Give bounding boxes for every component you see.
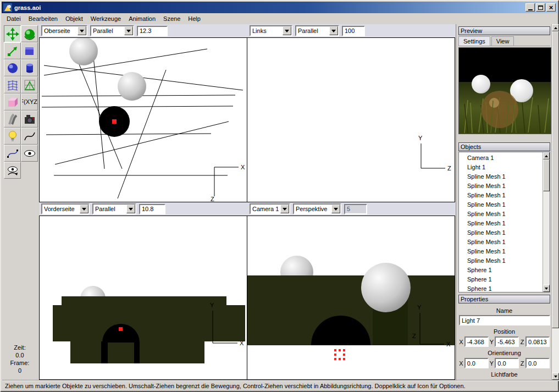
viewport-camera-view[interactable]: Y Z X [247,216,455,380]
position-y-input[interactable] [495,336,519,347]
create-spline-mesh-tool-button[interactable] [4,76,21,93]
object-list-item[interactable]: Spline Mesh 1 [459,247,543,256]
object-list-item[interactable]: Sphere 1 [459,284,543,292]
view-direction-value: Vorderseite [42,206,80,212]
rotate-tool-button[interactable] [21,25,38,42]
object-list-item[interactable]: Spline Mesh 1 [459,238,543,247]
menu-objekt[interactable]: Objekt [62,14,87,23]
create-camera-tool-button[interactable] [21,111,38,128]
spline-mesh-icon [6,79,19,92]
viewport-front-view[interactable]: Y X [39,216,247,380]
scrollbar-thumb[interactable] [552,31,559,328]
scroll-up-arrow-icon[interactable] [552,24,559,31]
orientation-x-input[interactable] [464,358,489,368]
axis-label: X [446,341,451,347]
preview-panel-header[interactable]: Preview [458,26,550,35]
top-view-canvas: X Z [40,38,247,202]
create-box-tool-button[interactable] [21,42,38,59]
create-cylinder-tool-button[interactable] [21,59,38,76]
view-scale-input[interactable] [137,26,168,36]
rotate-view-tool-button[interactable] [4,162,21,179]
scale-tool-button[interactable] [4,42,21,59]
view-direction-select[interactable]: Links [250,25,292,36]
objects-panel-header[interactable]: Objects [458,142,550,151]
object-list-item[interactable]: Sphere 1 [459,275,543,284]
scale-icon [6,45,19,58]
object-list-item[interactable]: Spline Mesh 1 [459,200,543,209]
create-curve-tool-button[interactable] [21,128,38,145]
view-scale-input[interactable] [342,26,365,36]
create-cube-tool-button[interactable] [4,93,21,111]
projection-select[interactable]: Parallel [295,25,339,36]
pan-view-tool-button[interactable] [21,145,38,162]
object-list-item[interactable]: Light 1 [459,163,543,172]
menu-werkzeuge[interactable]: Werkzeuge [87,14,125,23]
rotate-icon [23,27,36,41]
object-list-item[interactable]: Spline Mesh 1 [459,219,543,228]
projection-select[interactable]: Parallel [92,203,136,214]
object-name-input[interactable] [459,315,550,325]
left-view-canvas: Y Z [247,38,455,202]
status-text: Ziehen um markierte Objekte zu verschieb… [5,383,466,389]
tab-view[interactable]: View [491,36,514,46]
projection-select[interactable]: Parallel [90,25,134,36]
create-spline-curve-tool-button[interactable] [4,145,21,162]
panel-scrollbar[interactable] [551,24,559,380]
object-list-item[interactable]: Spline Mesh 1 [459,172,543,181]
sphere-object[interactable] [361,263,411,312]
chevron-down-icon [283,26,291,35]
view-scale-input[interactable] [139,204,165,214]
create-tube-tool-button[interactable] [4,111,21,128]
tube-icon [6,113,19,126]
maximize-button[interactable] [536,3,545,12]
axis-label: Y [417,304,422,311]
move-tool-button[interactable] [4,25,21,42]
view-direction-select[interactable]: Camera 1 [250,203,290,214]
object-list-item[interactable]: Camera 1 [459,153,543,163]
viewport-left-view[interactable]: Y Z [247,37,455,202]
scrollbar-thumb[interactable] [543,159,550,191]
viewport-header-row-2: Vorderseite Parallel Camera 1 [39,202,456,216]
object-list-item[interactable]: Spline Mesh 1 [459,228,543,238]
orientation-z-input[interactable] [525,358,550,368]
triangle-mesh-icon [23,79,36,92]
position-x-input[interactable] [464,336,489,347]
selected-light-handle[interactable] [112,119,117,124]
menu-datei[interactable]: Datei [3,14,25,23]
orientation-y-input[interactable] [495,358,519,368]
view-direction-select[interactable]: Oberseite [41,25,87,36]
object-list-item[interactable]: Sphere 1 [459,266,543,275]
sphere-object[interactable] [69,38,98,65]
object-list-item[interactable]: Spline Mesh 1 [459,191,543,200]
menu-help[interactable]: Help [184,14,204,23]
scroll-up-arrow-icon[interactable] [543,152,550,159]
create-triangle-mesh-tool-button[interactable] [21,76,38,93]
projection-value: Parallel [296,27,329,34]
projection-select[interactable]: Perspektive [293,203,341,214]
selected-light-handle[interactable] [334,349,345,360]
scroll-down-arrow-icon[interactable] [543,285,550,292]
menu-animation[interactable]: Animation [125,14,159,23]
create-function-tool-button[interactable]: F(XYZ) [21,93,38,111]
object-list-item[interactable]: Spline Mesh 1 [459,256,543,266]
view-direction-select[interactable]: Vorderseite [41,203,90,214]
menu-szene[interactable]: Szene [159,14,184,23]
object-list-item[interactable]: Spline Mesh 1 [459,209,543,219]
menu-bearbeiten[interactable]: Bearbeiten [25,14,62,23]
tab-settings[interactable]: Settings [458,36,490,46]
scroll-down-arrow-icon[interactable] [552,373,559,380]
properties-panel-header[interactable]: Properties [458,295,550,303]
projection-value: Perspektive [294,206,331,212]
selected-light-handle[interactable] [119,327,123,331]
close-button[interactable]: × [546,3,556,12]
maximize-icon [538,5,543,10]
titlebar[interactable]: grass.aoi × [2,2,557,13]
create-light-tool-button[interactable] [4,128,21,145]
sphere-object[interactable] [118,72,146,101]
object-list-scrollbar[interactable] [543,152,550,292]
create-sphere-tool-button[interactable] [4,59,21,76]
minimize-button[interactable] [525,3,535,12]
viewport-top-view[interactable]: X Z [39,37,247,202]
position-z-input[interactable] [525,336,550,347]
object-list-item[interactable]: Spline Mesh 1 [459,181,543,191]
